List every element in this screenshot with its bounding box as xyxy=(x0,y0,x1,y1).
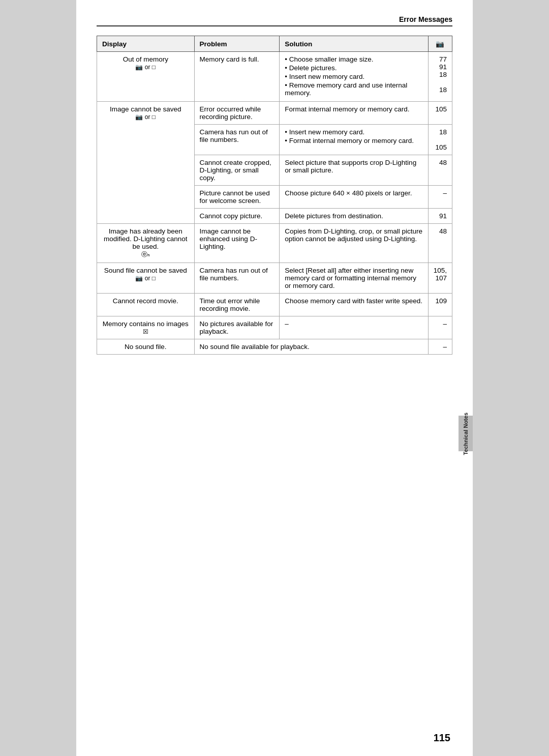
problem-cell: Picture cannot be used for welcome scree… xyxy=(194,186,280,209)
problem-cell: Image cannot be enhanced using D-Lightin… xyxy=(194,224,280,263)
table-row: Sound file cannot be saved 📷 or □ Camera… xyxy=(97,263,452,294)
solution-cell: Insert new memory card. Format internal … xyxy=(280,125,428,155)
solution-cell-colspan: No sound file available for playback. xyxy=(194,339,428,355)
page-ref: – xyxy=(428,186,452,209)
solution-cell: Choose picture 640 × 480 pixels or large… xyxy=(280,186,428,209)
page-ref: 48 xyxy=(428,224,452,263)
memory-icon2: 📷 or □ xyxy=(135,113,156,121)
no-image-icon: ☒ xyxy=(143,328,148,335)
col-display: Display xyxy=(97,36,195,52)
page-number: 115 xyxy=(434,732,450,744)
solution-cell: Choose smaller image size. Delete pictur… xyxy=(280,52,428,102)
solution-cell: Copies from D-Lighting, crop, or small p… xyxy=(280,224,428,263)
side-tab-label: Technical Notes xyxy=(463,413,469,455)
problem-cell: Error occurred while recording picture. xyxy=(194,102,280,125)
problem-cell: Time out error while recording movie. xyxy=(194,294,280,316)
table-header-row: Display Problem Solution 📷 xyxy=(97,36,452,52)
table-row: Cannot record movie. Time out error whil… xyxy=(97,294,452,316)
col-page: 📷 xyxy=(428,36,452,52)
side-tab: Technical Notes xyxy=(459,416,473,451)
display-cell-image-cannot-be-saved: Image cannot be saved 📷 or □ xyxy=(97,102,195,224)
col-solution: Solution xyxy=(280,36,428,52)
d-lighting-icon: ⓔₙ xyxy=(141,250,150,259)
table-row: Image has already been modified. D-Light… xyxy=(97,224,452,263)
page-ref: 48 xyxy=(428,155,452,186)
table-row: Out of memory 📷 or □ Memory card is full… xyxy=(97,52,452,102)
memory-icon: 📷 or □ xyxy=(135,64,156,71)
solution-cell: Delete pictures from destination. xyxy=(280,209,428,224)
solution-cell: Select picture that supports crop D-Ligh… xyxy=(280,155,428,186)
error-table: Display Problem Solution 📷 Out of memory… xyxy=(97,36,452,355)
page-ref: – xyxy=(428,316,452,339)
display-cell-no-sound: No sound file. xyxy=(97,339,195,355)
problem-cell: Camera has run out of file numbers. xyxy=(194,125,280,155)
memory-icon3: 📷 or □ xyxy=(135,275,156,282)
page-ref: 105 xyxy=(428,102,452,125)
page-ref: 105,107 xyxy=(428,263,452,294)
solution-cell: Select [Reset all] after either insertin… xyxy=(280,263,428,294)
col-problem: Problem xyxy=(194,36,280,52)
page-ref: 109 xyxy=(428,294,452,316)
problem-cell: No pictures available for playback. xyxy=(194,316,280,339)
page-title: Error Messages xyxy=(399,15,452,23)
page-header: Error Messages xyxy=(97,15,452,26)
page-ref: 77911818 xyxy=(428,52,452,102)
page-ref: – xyxy=(428,339,452,355)
display-cell-no-images: Memory contains no images ☒ xyxy=(97,316,195,339)
table-row: Memory contains no images ☒ No pictures … xyxy=(97,316,452,339)
problem-cell: Cannot create cropped, D-Lighting, or sm… xyxy=(194,155,280,186)
problem-cell: Cannot copy picture. xyxy=(194,209,280,224)
display-cell-out-of-memory: Out of memory 📷 or □ xyxy=(97,52,195,102)
page-ref: 18105 xyxy=(428,125,452,155)
display-cell-cannot-record: Cannot record movie. xyxy=(97,294,195,316)
problem-cell: Camera has run out of file numbers. xyxy=(194,263,280,294)
page: Error Messages Display Problem Solution … xyxy=(76,0,473,756)
solution-cell: Format internal memory or memory card. xyxy=(280,102,428,125)
table-row: No sound file. No sound file available f… xyxy=(97,339,452,355)
page-ref: 91 xyxy=(428,209,452,224)
problem-cell: Memory card is full. xyxy=(194,52,280,102)
solution-cell: – xyxy=(280,316,428,339)
solution-cell: Choose memory card with faster write spe… xyxy=(280,294,428,316)
display-cell-sound-file: Sound file cannot be saved 📷 or □ xyxy=(97,263,195,294)
table-row: Image cannot be saved 📷 or □ Error occur… xyxy=(97,102,452,125)
display-cell-image-modified: Image has already been modified. D-Light… xyxy=(97,224,195,263)
